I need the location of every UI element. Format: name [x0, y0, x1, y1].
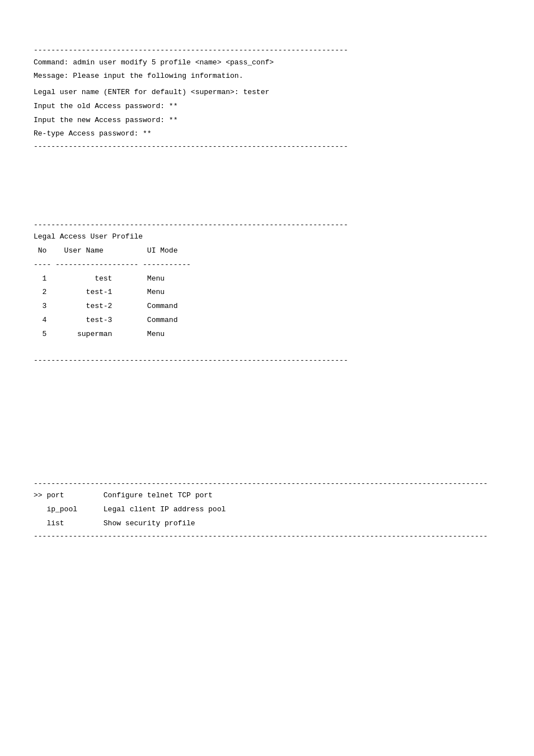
block2-row4: 4 test-3 Command	[34, 314, 500, 328]
block1-divider-top: ----------------------------------------…	[34, 45, 500, 56]
block2-header2: No User Name UI Mode	[34, 244, 500, 258]
block2-divider-top: ----------------------------------------…	[34, 220, 500, 231]
block3-divider-top: ----------------------------------------…	[34, 478, 500, 489]
block1-line4: Legal user name (ENTER for default) <sup…	[34, 86, 500, 100]
block3-divider-bot: ----------------------------------------…	[34, 531, 500, 542]
block1-line1: Command: admin user modify 5 profile <na…	[34, 56, 500, 70]
block3-row1: >> port Configure telnet TCP port	[34, 489, 500, 503]
block2: ----------------------------------------…	[34, 220, 500, 366]
block2-row3: 3 test-2 Command	[34, 300, 500, 314]
block1-line2: Message: Please input the following info…	[34, 69, 500, 83]
block1: ----------------------------------------…	[34, 45, 500, 152]
block2-spacer	[34, 342, 500, 356]
block1-line5: Input the old Access password: **	[34, 100, 500, 114]
block2-row2: 2 test-1 Menu	[34, 286, 500, 300]
block1-line7: Re-type Access password: **	[34, 127, 500, 141]
block3-row2: ip_pool Legal client IP address pool	[34, 503, 500, 517]
block3: ----------------------------------------…	[34, 478, 500, 542]
block2-row5: 5 superman Menu	[34, 328, 500, 342]
block2-divider-bot: ----------------------------------------…	[34, 355, 500, 366]
block2-header3: ---- ------------------- -----------	[34, 258, 500, 272]
block2-header1: Legal Access User Profile	[34, 230, 500, 244]
block1-line6: Input the new Access password: **	[34, 114, 500, 128]
block2-row1: 1 test Menu	[34, 272, 500, 286]
block1-divider-bot: ----------------------------------------…	[34, 141, 500, 152]
block3-row3: list Show security profile	[34, 517, 500, 531]
